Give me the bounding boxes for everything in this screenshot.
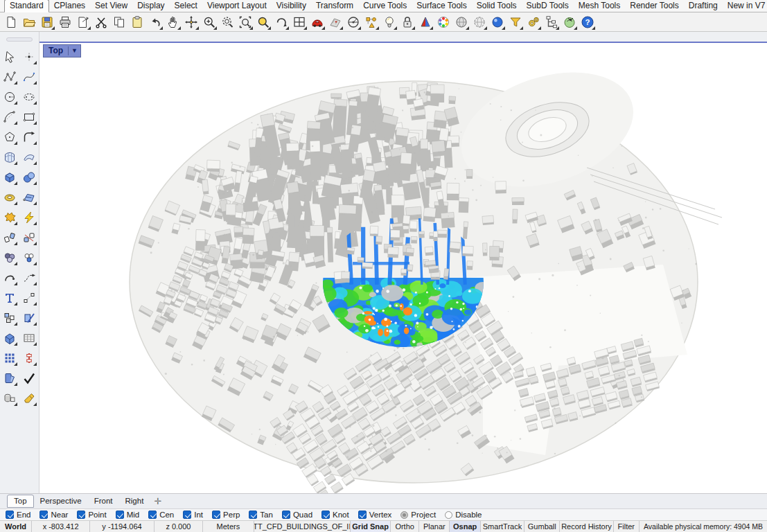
- current-layer[interactable]: TT_CFD_BUILDINGS_OF_IN...: [254, 521, 351, 532]
- sidebar-tool-drag-points-icon[interactable]: [20, 290, 37, 306]
- sidebar-tool-boolean-spheres-icon[interactable]: [20, 169, 37, 186]
- raytrace-icon[interactable]: [561, 13, 578, 30]
- new-file-icon[interactable]: [2, 13, 19, 30]
- shaded-viewport-icon[interactable]: [452, 13, 470, 30]
- toolbar-tab-render-tools[interactable]: Render Tools: [625, 0, 684, 12]
- toolbar-tab-cplanes[interactable]: CPlanes: [49, 0, 90, 12]
- viewport-canvas-city-model[interactable]: [39, 43, 767, 493]
- checkbox-checked-icon[interactable]: [116, 511, 124, 519]
- toolbar-tab-drafting[interactable]: Drafting: [684, 0, 723, 12]
- viewport-title[interactable]: Top ▼: [43, 44, 81, 57]
- osnap-quad[interactable]: Quad: [282, 511, 312, 519]
- paste-icon[interactable]: [128, 13, 146, 30]
- viewport-tab-right[interactable]: Right: [118, 495, 150, 507]
- viewport-tab-perspective[interactable]: Perspective: [34, 495, 88, 507]
- viewport-title-label[interactable]: Top: [44, 45, 68, 57]
- toolbar-tab-select[interactable]: Select: [170, 0, 202, 12]
- undo-icon[interactable]: [146, 13, 164, 30]
- add-viewport-tab-icon[interactable]: ✛: [150, 496, 166, 506]
- status-toggle-planar[interactable]: Planar: [419, 521, 450, 532]
- print-icon[interactable]: [56, 13, 73, 30]
- units-indicator[interactable]: Meters: [203, 521, 254, 532]
- rotate-view-icon[interactable]: [182, 13, 200, 30]
- checkbox-checked-icon[interactable]: [39, 511, 48, 519]
- sidebar-tool-polygon-icon[interactable]: [1, 129, 18, 145]
- toolbar-tab-solid-tools[interactable]: Solid Tools: [472, 0, 522, 12]
- sidebar-tool-array-table-icon[interactable]: [20, 330, 37, 346]
- sidebar-tool-explode-icon[interactable]: [1, 209, 18, 226]
- osnap-point[interactable]: Point: [77, 511, 106, 519]
- toolbar-tab-viewport-layout[interactable]: Viewport Layout: [202, 0, 272, 12]
- color-wheel-icon[interactable]: [434, 13, 452, 30]
- sidebar-tool-grid-array-icon[interactable]: [1, 350, 18, 366]
- osnap-cen[interactable]: Cen: [148, 511, 174, 519]
- save-icon[interactable]: [38, 13, 55, 30]
- named-views-icon[interactable]: [308, 13, 326, 30]
- osnap-settings-icon[interactable]: [362, 13, 380, 30]
- checkbox-checked-icon[interactable]: [183, 511, 191, 519]
- radio-partial-icon[interactable]: [400, 511, 408, 519]
- viewport-top[interactable]: Top ▼: [39, 42, 767, 493]
- pan-icon[interactable]: [164, 13, 182, 30]
- status-toggle-ortho[interactable]: Ortho: [391, 521, 419, 532]
- sidebar-tool-point-icon[interactable]: [20, 48, 37, 65]
- sidebar-tool-circle-icon[interactable]: [1, 89, 18, 105]
- cut-icon[interactable]: [92, 13, 109, 30]
- toolbar-tab-set-view[interactable]: Set View: [90, 0, 132, 12]
- checkbox-checked-icon[interactable]: [321, 511, 330, 519]
- selection-filter-icon[interactable]: [506, 13, 524, 30]
- zoom-window-icon[interactable]: [236, 13, 254, 30]
- osnap-perp[interactable]: Perp: [212, 511, 240, 519]
- status-toggle-osnap[interactable]: Osnap: [450, 521, 480, 532]
- osnap-knot[interactable]: Knot: [321, 511, 349, 519]
- sidebar-tool-point-circles-icon[interactable]: [20, 249, 37, 266]
- zoom-selected-icon[interactable]: [254, 13, 272, 30]
- sidebar-tool-group-spheres-icon[interactable]: [1, 249, 18, 266]
- sidebar-tool-polyline-icon[interactable]: [1, 69, 18, 85]
- status-toggle-gumball[interactable]: Gumball: [524, 521, 560, 532]
- status-toggle-record-history[interactable]: Record History: [560, 521, 613, 532]
- toolbar-tab-curve-tools[interactable]: Curve Tools: [358, 0, 412, 12]
- viewport-tab-front[interactable]: Front: [88, 495, 119, 507]
- open-file-icon[interactable]: [20, 13, 37, 30]
- display-mode-icon[interactable]: [416, 13, 434, 30]
- sidebar-tool-select-icon[interactable]: [1, 48, 18, 65]
- copy-icon[interactable]: [110, 13, 127, 30]
- status-toggle-smarttrack[interactable]: SmartTrack: [481, 521, 524, 532]
- lock-icon[interactable]: [398, 13, 416, 30]
- viewport-layout-icon[interactable]: [290, 13, 308, 30]
- ghosted-viewport-icon[interactable]: [470, 13, 488, 30]
- cplane-indicator[interactable]: World: [0, 521, 32, 532]
- osnap-tan[interactable]: Tan: [249, 511, 273, 519]
- sidebar-tool-box-icon[interactable]: [1, 169, 18, 186]
- sidebar-tool-blocks-icon[interactable]: [1, 310, 18, 326]
- checkbox-checked-icon[interactable]: [282, 511, 290, 519]
- osnap-project[interactable]: Project: [400, 511, 436, 519]
- checkbox-checked-icon[interactable]: [249, 511, 257, 519]
- sidebar-tool-dimension-pole-icon[interactable]: [20, 350, 37, 366]
- record-history-icon[interactable]: [543, 13, 560, 30]
- osnap-disable[interactable]: Disable: [445, 511, 482, 519]
- sidebar-tool-surface-bend-icon[interactable]: [20, 149, 37, 166]
- toolbar-tab-display[interactable]: Display: [132, 0, 169, 12]
- toolbar-tab-subd-tools[interactable]: SubD Tools: [522, 0, 574, 12]
- status-toggle-grid-snap[interactable]: Grid Snap: [351, 521, 391, 532]
- sidebar-drag-handle[interactable]: [6, 37, 33, 42]
- help-icon[interactable]: ?: [579, 13, 596, 30]
- options-icon[interactable]: [524, 13, 542, 30]
- sidebar-tool-text-icon[interactable]: [1, 290, 18, 306]
- background-map-icon[interactable]: [326, 13, 344, 30]
- sidebar-tool-surface-patch-icon[interactable]: [1, 149, 18, 166]
- viewport-title-dropdown-icon[interactable]: ▼: [68, 46, 80, 55]
- sidebar-tool-corner-curve-icon[interactable]: [20, 129, 37, 145]
- sidebar-tool-paint-visibility-icon[interactable]: [1, 370, 18, 387]
- checkbox-checked-icon[interactable]: [77, 511, 85, 519]
- checkbox-checked-icon[interactable]: [358, 511, 367, 519]
- sidebar-tool-flash-icon[interactable]: [20, 209, 37, 226]
- lights-icon[interactable]: [380, 13, 398, 30]
- zoom-dynamic-icon[interactable]: [218, 13, 236, 30]
- sidebar-tool-edit-slash-icon[interactable]: [20, 310, 37, 326]
- export-icon[interactable]: [74, 13, 91, 30]
- toolbar-tab-surface-tools[interactable]: Surface Tools: [412, 0, 472, 12]
- checkbox-checked-icon[interactable]: [6, 511, 14, 519]
